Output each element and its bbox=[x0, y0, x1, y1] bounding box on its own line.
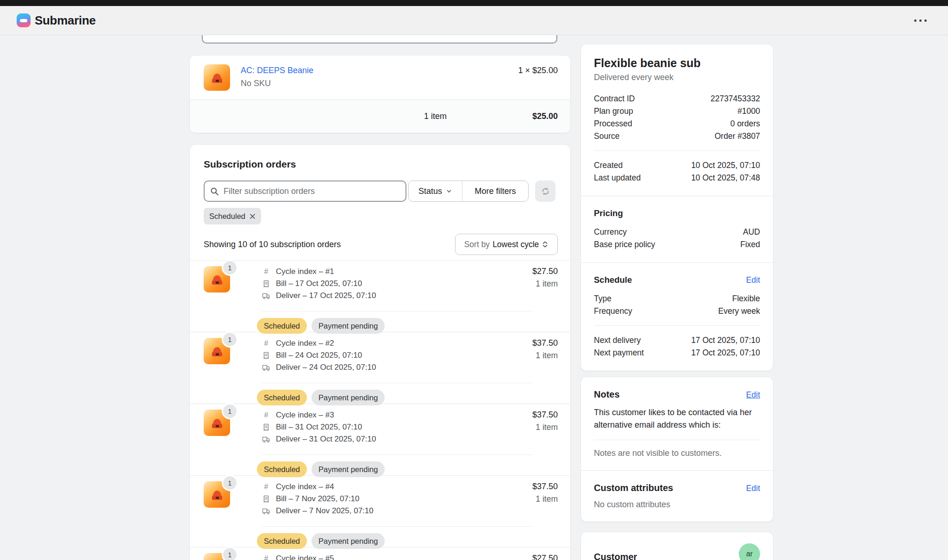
product-sku: No SKU bbox=[241, 79, 271, 88]
quantity-badge: 1 bbox=[223, 261, 237, 274]
custom-attributes-section: Custom attributes Edit No custom attribu… bbox=[581, 470, 773, 522]
cycle-index-line: # Cycle index – #2 bbox=[262, 338, 334, 349]
bill-date-line: Bill – 7 Nov 2025, 07:10 bbox=[262, 493, 360, 504]
row-subdivider bbox=[262, 526, 532, 527]
notes-visibility-text: Notes are not visible to customers. bbox=[594, 448, 760, 458]
plan-group-link[interactable]: #1000 bbox=[737, 105, 760, 117]
created-label: Created bbox=[594, 159, 623, 171]
cycle-index-line: # Cycle index – #1 bbox=[262, 266, 334, 277]
base-price-value: Fixed bbox=[740, 238, 760, 250]
subscription-orders-card: Subscription orders Status More filters bbox=[190, 145, 570, 560]
order-item-count: 1 item bbox=[536, 494, 558, 504]
cycle-index-line: # Cycle index – #5 bbox=[262, 553, 334, 560]
app-window: Submarine AC: DEEPS Beanie No SKU 1 × $2… bbox=[0, 0, 948, 560]
row-subdivider bbox=[262, 454, 532, 455]
order-price: $37.50 bbox=[532, 410, 558, 420]
order-item-count: 1 item bbox=[536, 423, 558, 432]
remove-filter-button[interactable] bbox=[249, 213, 256, 219]
status-filter-button[interactable]: Status bbox=[409, 181, 462, 201]
chevron-down-icon bbox=[446, 188, 452, 194]
cycle-index-text: Cycle index – #3 bbox=[276, 411, 334, 420]
customer-card: Customer ar bbox=[581, 532, 773, 560]
notes-edit-link[interactable]: Edit bbox=[746, 390, 760, 400]
os-top-bar bbox=[0, 0, 948, 6]
quantity-badge: 1 bbox=[223, 333, 237, 346]
subscription-order-row[interactable]: 1 # Cycle index – #2 Bill – 24 Oct 2025,… bbox=[190, 338, 570, 404]
bill-date-line: Bill – 31 Oct 2025, 07:10 bbox=[262, 422, 362, 433]
beanie-image bbox=[208, 342, 226, 360]
line-item-card: AC: DEEPS Beanie No SKU 1 × $25.00 1 ite… bbox=[190, 56, 570, 133]
sort-prefix: Sort by bbox=[464, 240, 490, 249]
overflow-menu-button[interactable] bbox=[910, 15, 931, 26]
line-item-quantity-price: 1 × $25.00 bbox=[518, 66, 558, 75]
ellipsis-icon bbox=[924, 19, 927, 22]
cycle-index-line: # Cycle index – #3 bbox=[262, 410, 334, 421]
sort-select[interactable]: Sort by Lowest cycle bbox=[455, 234, 558, 255]
deliver-date-text: Deliver – 17 Oct 2025, 07:10 bbox=[276, 291, 376, 300]
next-delivery-value: 17 Oct 2025, 07:10 bbox=[691, 334, 760, 346]
row-subdivider bbox=[262, 383, 532, 383]
custom-attributes-title: Custom attributes bbox=[594, 483, 673, 493]
next-delivery-label: Next delivery bbox=[594, 334, 641, 346]
more-filters-button[interactable]: More filters bbox=[462, 181, 528, 201]
close-icon bbox=[249, 213, 256, 219]
deliver-date-text: Deliver – 7 Nov 2025, 07:10 bbox=[276, 506, 374, 516]
subscription-order-row[interactable]: 1 # Cycle index – #4 Bill – 7 Nov 2025, … bbox=[190, 481, 570, 547]
ellipsis-icon bbox=[919, 19, 922, 22]
order-price: $27.50 bbox=[532, 554, 558, 560]
active-filter-tag[interactable]: Scheduled bbox=[204, 208, 261, 224]
schedule-title: Schedule bbox=[594, 275, 632, 285]
base-price-row: Base price policy Fixed bbox=[594, 238, 760, 250]
notes-card: Notes Edit This customer likes to be con… bbox=[581, 377, 773, 522]
refresh-button[interactable] bbox=[535, 180, 555, 202]
product-thumbnail bbox=[204, 64, 230, 91]
created-value: 10 Oct 2025, 07:10 bbox=[691, 159, 760, 171]
hash-icon: # bbox=[262, 483, 271, 491]
next-payment-row: Next payment 17 Oct 2025, 07:10 bbox=[594, 347, 760, 359]
order-price: $27.50 bbox=[532, 267, 558, 276]
row-subdivider bbox=[262, 311, 532, 311]
more-filters-label: More filters bbox=[474, 187, 516, 196]
base-price-label: Base price policy bbox=[594, 238, 655, 250]
customer-avatar[interactable]: ar bbox=[739, 543, 760, 560]
filter-search-input[interactable] bbox=[224, 187, 400, 196]
plan-group-label: Plan group bbox=[594, 105, 633, 117]
product-title-link[interactable]: AC: DEEPS Beanie bbox=[241, 66, 313, 75]
beanie-image bbox=[208, 486, 226, 504]
cycle-index-text: Cycle index – #2 bbox=[276, 339, 334, 348]
bill-date-text: Bill – 31 Oct 2025, 07:10 bbox=[276, 423, 362, 432]
type-value: Flexible bbox=[732, 292, 760, 305]
order-price: $37.50 bbox=[532, 482, 558, 492]
customer-title: Customer bbox=[594, 552, 637, 560]
active-filter-label: Scheduled bbox=[209, 212, 245, 221]
subscription-order-row[interactable]: 1 # Cycle index – #3 Bill – 31 Oct 2025,… bbox=[190, 410, 570, 475]
subscription-order-row[interactable]: 1 # Cycle index – #1 Bill – 17 Oct 2025,… bbox=[190, 266, 570, 332]
next-delivery-row: Next delivery 17 Oct 2025, 07:10 bbox=[594, 334, 760, 346]
search-icon bbox=[210, 187, 219, 196]
contract-id-label: Contract ID bbox=[594, 93, 635, 105]
app-header: Submarine bbox=[0, 6, 948, 35]
bill-date-text: Bill – 17 Oct 2025, 07:10 bbox=[276, 279, 362, 288]
updated-label: Last updated bbox=[594, 172, 641, 184]
summary-item-count: 1 item bbox=[424, 112, 447, 121]
truck-icon bbox=[262, 508, 271, 515]
hash-icon: # bbox=[262, 554, 271, 560]
status-badge: Scheduled bbox=[257, 318, 307, 334]
receipt-icon bbox=[262, 280, 271, 288]
frequency-value: Every week bbox=[718, 305, 760, 317]
custom-attributes-edit-link[interactable]: Edit bbox=[746, 484, 760, 493]
results-count-text: Showing 10 of 10 subscription orders bbox=[204, 240, 341, 249]
sort-updown-icon bbox=[542, 241, 549, 248]
contract-id-value: 22737453332 bbox=[711, 93, 760, 105]
line-item-row: AC: DEEPS Beanie No SKU 1 × $25.00 bbox=[190, 56, 570, 100]
contract-title: Flexible beanie sub bbox=[594, 56, 760, 70]
schedule-edit-link[interactable]: Edit bbox=[746, 275, 760, 285]
processed-label: Processed bbox=[594, 118, 632, 130]
source-order-link[interactable]: Order #3807 bbox=[715, 130, 760, 142]
processed-row: Processed 0 orders bbox=[594, 118, 760, 130]
subscription-order-row[interactable]: 1 # Cycle index – #5 $27.50 bbox=[190, 553, 570, 560]
receipt-icon bbox=[262, 352, 271, 360]
filter-search-field[interactable] bbox=[204, 180, 406, 202]
currency-label: Currency bbox=[594, 226, 627, 238]
hash-icon: # bbox=[262, 411, 271, 419]
